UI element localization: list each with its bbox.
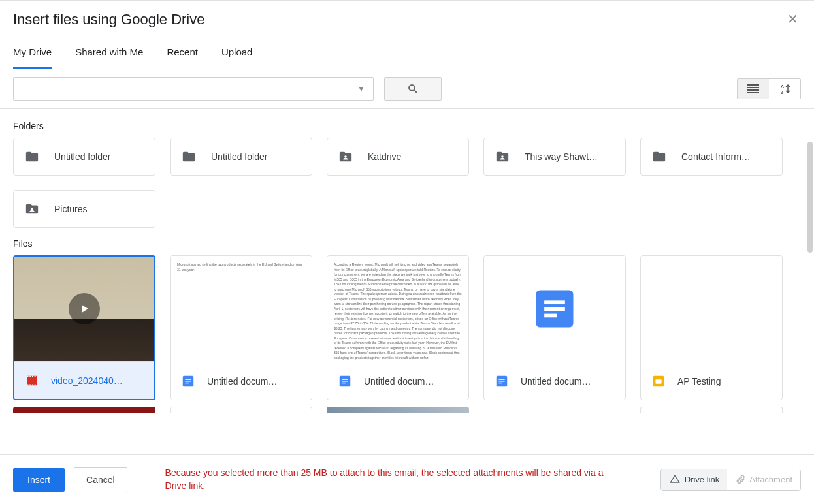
file-preview (641, 256, 782, 362)
doc-preview-text: Microsoft started selling the two produc… (171, 256, 312, 362)
search-input[interactable] (19, 78, 355, 100)
video-icon (25, 373, 39, 388)
footer-bar: Insert Cancel Because you selected more … (0, 454, 814, 504)
size-warning-text: Because you selected more than 25 MB to … (165, 467, 623, 492)
files-grid-row2 (13, 407, 801, 413)
file-tile[interactable]: AP Testing (640, 255, 783, 400)
folder-tile[interactable]: Katdrive (327, 138, 469, 176)
folders-section-title: Folders (13, 121, 801, 131)
svg-point-8 (344, 155, 347, 158)
svg-rect-28 (655, 379, 661, 383)
svg-rect-4 (747, 89, 759, 91)
folder-tile[interactable]: Untitled folder (170, 138, 312, 176)
file-tile[interactable]: Microsoft started selling the two produc… (170, 255, 312, 400)
tab-recent[interactable]: Recent (167, 46, 198, 69)
search-dropdown-arrow[interactable]: ▼ (355, 84, 368, 93)
tab-shared-with-me[interactable]: Shared with Me (75, 46, 143, 69)
svg-rect-13 (185, 381, 191, 381)
folder-tile[interactable]: This way Shawt… (483, 138, 626, 176)
svg-rect-24 (498, 379, 504, 379)
search-button[interactable] (384, 77, 442, 101)
svg-text:A: A (781, 84, 784, 89)
play-icon (78, 302, 91, 315)
folder-name: This way Shawt… (525, 151, 598, 162)
drive-link-option[interactable]: Drive link (661, 469, 727, 490)
dialog-title: Insert files using Google Drive (13, 11, 204, 28)
svg-point-10 (31, 208, 33, 210)
attachment-option[interactable]: Attachment (727, 469, 800, 490)
file-tile-peek[interactable] (327, 407, 469, 413)
folder-icon (181, 150, 197, 164)
svg-text:Z: Z (781, 90, 784, 95)
slides-icon (651, 374, 666, 388)
sort-button[interactable]: AZ (769, 79, 800, 99)
shared-folder-icon (338, 150, 353, 164)
sort-az-icon: AZ (779, 83, 790, 95)
svg-rect-16 (342, 379, 348, 379)
docs-icon (338, 374, 352, 388)
file-name: Untitled docum… (364, 376, 434, 386)
svg-rect-12 (185, 379, 191, 379)
folder-tile[interactable]: Contact Inform… (640, 138, 783, 176)
svg-rect-2 (747, 84, 759, 86)
file-name: Untitled docum… (207, 376, 277, 386)
tabs: My Drive Shared with Me Recent Upload (0, 31, 814, 69)
files-section-title: Files (13, 238, 801, 249)
file-preview: Microsoft started selling the two produc… (171, 256, 312, 362)
file-tile-peek[interactable] (640, 407, 783, 413)
file-name: Untitled docum… (521, 376, 591, 386)
scrollbar-thumb[interactable] (807, 142, 813, 253)
file-preview: According a Reuters report, Microsoft wi… (327, 256, 468, 362)
file-name: AP Testing (677, 376, 721, 386)
folder-name: Untitled folder (211, 151, 267, 162)
content-area: Folders Untitled folder Untitled folder … (0, 109, 814, 425)
file-tile[interactable]: According a Reuters report, Microsoft wi… (327, 255, 469, 400)
folder-name: Pictures (54, 204, 88, 214)
file-tile[interactable]: video_2024040… (13, 255, 155, 400)
files-grid: video_2024040… Microsoft started selling… (13, 255, 801, 400)
svg-rect-25 (498, 381, 504, 381)
insert-button[interactable]: Insert (13, 468, 65, 492)
svg-rect-21 (544, 307, 565, 311)
folders-grid: Untitled folder Untitled folder Katdrive… (13, 138, 801, 228)
folder-icon (24, 150, 40, 164)
svg-rect-3 (747, 87, 759, 88)
svg-rect-26 (498, 382, 502, 383)
svg-point-9 (501, 155, 504, 158)
paperclip-icon (735, 475, 745, 485)
attachment-label: Attachment (749, 475, 792, 484)
search-box: ▼ (13, 77, 374, 101)
close-button[interactable]: ✕ (785, 11, 801, 27)
file-tile[interactable]: Untitled docum… (483, 255, 626, 400)
play-overlay (69, 293, 100, 324)
search-icon (407, 83, 419, 95)
file-tile-peek (483, 407, 626, 413)
svg-point-0 (409, 85, 415, 91)
tab-my-drive[interactable]: My Drive (13, 46, 52, 69)
svg-rect-22 (544, 314, 557, 318)
svg-rect-20 (544, 300, 565, 304)
list-view-icon (747, 84, 759, 93)
tab-upload[interactable]: Upload (221, 46, 253, 69)
view-toggle: AZ (737, 78, 801, 99)
cancel-button[interactable]: Cancel (74, 467, 127, 492)
file-name: video_2024040… (51, 375, 123, 386)
folder-name: Contact Inform… (681, 151, 751, 162)
file-tile-peek[interactable] (13, 407, 155, 413)
attachment-mode-toggle: Drive link Attachment (660, 469, 801, 491)
list-view-button[interactable] (738, 79, 769, 99)
doc-preview-text: According a Reuters report, Microsoft wi… (327, 256, 468, 362)
file-tile-peek[interactable] (170, 407, 312, 413)
svg-rect-17 (342, 381, 348, 381)
docs-large-icon (530, 284, 579, 334)
shared-folder-icon (495, 150, 510, 164)
file-preview (14, 257, 154, 361)
folder-icon (651, 150, 667, 164)
svg-rect-5 (747, 92, 759, 93)
docs-icon (181, 374, 195, 388)
file-preview (484, 256, 625, 362)
folder-tile[interactable]: Pictures (13, 190, 155, 228)
toolbar: ▼ AZ (0, 69, 814, 109)
folder-tile[interactable]: Untitled folder (13, 138, 155, 176)
shared-folder-icon (24, 202, 40, 216)
